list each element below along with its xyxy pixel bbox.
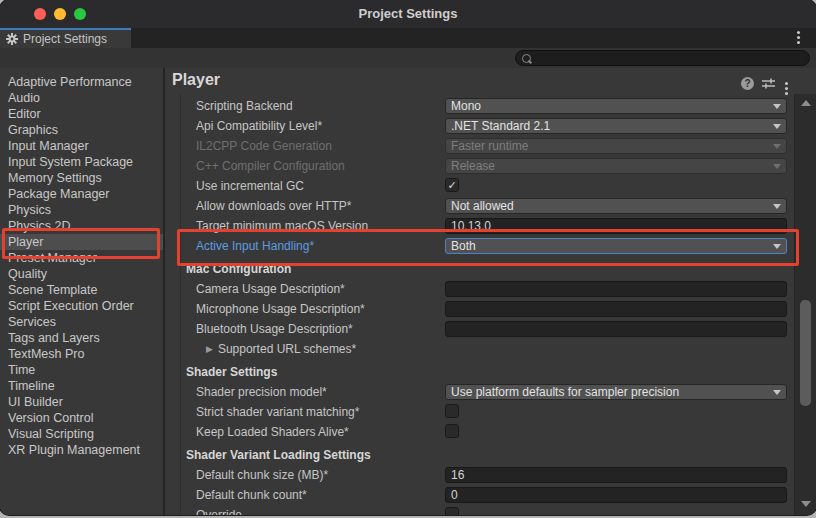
row-active-input-handling: Active Input Handling*Both (166, 236, 794, 256)
sidebar-item-player[interactable]: Player (0, 234, 163, 250)
api-compatibility-level-dropdown[interactable]: .NET Standard 2.1 (445, 118, 787, 134)
sidebar-item-xr-plugin-management[interactable]: XR Plugin Management (0, 442, 163, 458)
setting-label: Api Compatibility Level* (166, 119, 322, 133)
kebab-menu-icon[interactable] (785, 82, 788, 85)
sidebar-item-memory-settings[interactable]: Memory Settings (0, 170, 163, 186)
search-field[interactable] (515, 50, 810, 66)
override-checkbox[interactable] (445, 507, 459, 515)
section-shader-variant-loading-settings: Shader Variant Loading Settings (166, 445, 794, 465)
window-title: Project Settings (0, 0, 816, 28)
kebab-menu-icon[interactable] (797, 31, 800, 34)
row-override: Override (166, 505, 794, 515)
bluetooth-usage-description-field[interactable] (445, 321, 787, 337)
sidebar-item-physics-2d[interactable]: Physics 2D (0, 218, 163, 234)
toolbar (0, 48, 816, 68)
sidebar-item-editor[interactable]: Editor (0, 106, 163, 122)
dropdown-value: Use platform defaults for sampler precis… (451, 385, 679, 399)
sidebar-item-input-manager[interactable]: Input Manager (0, 138, 163, 154)
setting-label: IL2CPP Code Generation (166, 139, 332, 153)
dropdown-value: Both (451, 239, 476, 253)
row-api-compatibility-level: Api Compatibility Level*.NET Standard 2.… (166, 116, 794, 136)
close-button[interactable] (34, 8, 46, 20)
sidebar-item-services[interactable]: Services (0, 314, 163, 330)
main-panel: Player ? Scripting BackendMonoApi Compat… (165, 68, 816, 515)
sidebar-item-visual-scripting[interactable]: Visual Scripting (0, 426, 163, 442)
row-c-compiler-configuration: C++ Compiler ConfigurationRelease (166, 156, 794, 176)
row-target-minimum-macos-version: Target minimum macOS Version10.13.0 (166, 216, 794, 236)
scroll-up-icon[interactable] (801, 100, 811, 106)
strict-shader-variant-matching-checkbox[interactable] (445, 404, 459, 418)
sidebar-item-quality[interactable]: Quality (0, 266, 163, 282)
setting-label: Default chunk size (MB)* (166, 468, 328, 482)
section-shader-settings: Shader Settings (166, 362, 794, 382)
camera-usage-description-field[interactable] (445, 281, 787, 297)
row-strict-shader-variant-matching: Strict shader variant matching* (166, 402, 794, 422)
question-mark-icon[interactable]: ? (741, 77, 754, 90)
setting-label: Keep Loaded Shaders Alive* (166, 425, 349, 439)
dropdown-value: Mono (451, 99, 481, 113)
row-use-incremental-gc: Use incremental GC✓ (166, 176, 794, 196)
row-camera-usage-description: Camera Usage Description* (166, 279, 794, 299)
sidebar-item-input-system-package[interactable]: Input System Package (0, 154, 163, 170)
sidebar-item-ui-builder[interactable]: UI Builder (0, 394, 163, 410)
tab-project-settings[interactable]: Project Settings (0, 28, 131, 48)
sidebar-item-preset-manager[interactable]: Preset Manager (0, 250, 163, 266)
microphone-usage-description-field[interactable] (445, 301, 787, 317)
sidebar-item-adaptive-performance[interactable]: Adaptive Performance (0, 74, 163, 90)
search-input[interactable] (535, 50, 809, 66)
keep-loaded-shaders-alive-checkbox[interactable] (445, 424, 459, 438)
row-il2cpp-code-generation: IL2CPP Code GenerationFaster runtime (166, 136, 794, 156)
setting-label: C++ Compiler Configuration (166, 159, 345, 173)
gear-icon (6, 33, 18, 45)
setting-label: Target minimum macOS Version (166, 219, 368, 233)
row-shader-precision-model: Shader precision model*Use platform defa… (166, 382, 794, 402)
row-supported-url-schemes: ▶Supported URL schemes* (166, 339, 794, 359)
sidebar-item-scene-template[interactable]: Scene Template (0, 282, 163, 298)
zoom-button[interactable] (74, 8, 86, 20)
sidebar-item-time[interactable]: Time (0, 362, 163, 378)
sidebar-item-timeline[interactable]: Timeline (0, 378, 163, 394)
setting-label: Override (166, 508, 242, 515)
scroll-down-icon[interactable] (801, 501, 811, 507)
sidebar-item-physics[interactable]: Physics (0, 202, 163, 218)
setting-label: Camera Usage Description* (166, 282, 345, 296)
c-compiler-configuration-dropdown: Release (445, 158, 787, 174)
setting-label: Default chunk count* (166, 488, 307, 502)
section-mac-configuration: Mac Configuration (166, 259, 794, 279)
triangle-down-icon (773, 164, 781, 169)
vertical-scrollbar[interactable] (794, 94, 816, 515)
sidebar-item-package-manager[interactable]: Package Manager (0, 186, 163, 202)
sidebar-item-textmesh-pro[interactable]: TextMesh Pro (0, 346, 163, 362)
foldout-label[interactable]: Supported URL schemes* (218, 342, 356, 356)
default-chunk-size-mb-field[interactable]: 16 (445, 467, 787, 483)
sidebar-item-script-execution-order[interactable]: Script Execution Order (0, 298, 163, 314)
setting-label: Use incremental GC (166, 179, 304, 193)
target-minimum-macos-version-field[interactable]: 10.13.0 (445, 218, 787, 234)
use-incremental-gc-checkbox[interactable]: ✓ (445, 178, 459, 192)
shader-precision-model-dropdown[interactable]: Use platform defaults for sampler precis… (445, 384, 787, 400)
sidebar-item-tags-and-layers[interactable]: Tags and Layers (0, 330, 163, 346)
setting-label: Microphone Usage Description* (166, 302, 365, 316)
row-allow-downloads-over-http: Allow downloads over HTTP*Not allowed (166, 196, 794, 216)
sidebar-item-version-control[interactable]: Version Control (0, 410, 163, 426)
section-header-label: Shader Settings (166, 365, 277, 379)
tab-bar: Project Settings (0, 28, 816, 48)
triangle-down-icon (773, 144, 781, 149)
dropdown-value: .NET Standard 2.1 (451, 119, 550, 133)
sliders-icon[interactable] (762, 77, 775, 90)
setting-label: Shader precision model* (166, 385, 327, 399)
sidebar-item-graphics[interactable]: Graphics (0, 122, 163, 138)
triangle-down-icon (773, 124, 781, 129)
triangle-right-icon[interactable]: ▶ (166, 344, 213, 354)
setting-label: Bluetooth Usage Description* (166, 322, 353, 336)
scripting-backend-dropdown[interactable]: Mono (445, 98, 787, 114)
active-input-handling-dropdown[interactable]: Both (445, 238, 787, 254)
minimize-button[interactable] (54, 8, 66, 20)
sidebar-list: Adaptive PerformanceAudioEditorGraphicsI… (0, 68, 163, 515)
triangle-down-icon (773, 204, 781, 209)
default-chunk-count-field[interactable]: 0 (445, 487, 787, 503)
allow-downloads-over-http-dropdown[interactable]: Not allowed (445, 198, 787, 214)
sidebar-item-audio[interactable]: Audio (0, 90, 163, 106)
scrollbar-thumb[interactable] (800, 300, 811, 406)
triangle-down-icon (773, 390, 781, 395)
